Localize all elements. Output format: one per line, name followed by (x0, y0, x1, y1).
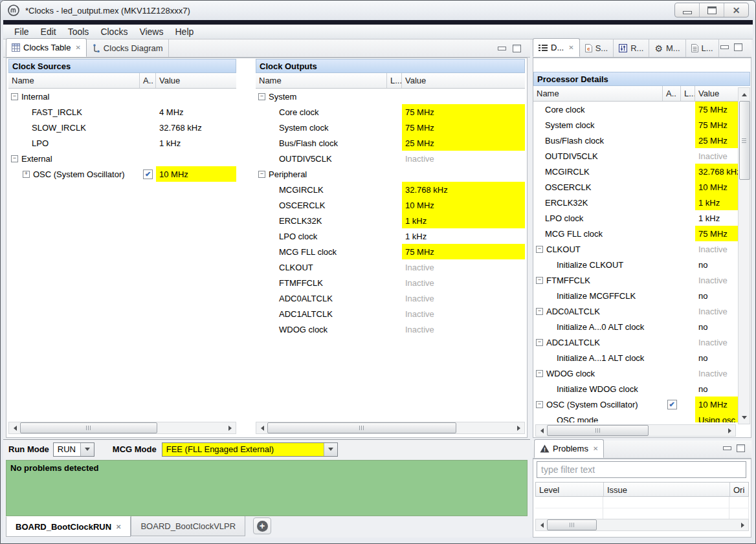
table-row[interactable]: +OSC (System Oscillator)✔10 MHz (8, 166, 236, 182)
tab-modes[interactable]: ⚙ M... (649, 39, 685, 57)
table-row[interactable]: LPO clock1 kHz (533, 210, 738, 226)
maximize-pane-icon[interactable] (737, 444, 745, 452)
table-row[interactable]: −Internal (8, 89, 236, 104)
enable-checkbox[interactable]: ✔ (667, 400, 677, 409)
maximize-button[interactable] (700, 3, 724, 17)
scroll-left-icon[interactable] (9, 422, 20, 433)
scroll-right-icon[interactable] (225, 422, 236, 433)
minimize-pane-icon[interactable] (498, 47, 506, 50)
table-row[interactable]: Initialize A...0 ALT clockno (533, 319, 738, 334)
scroll-down-icon[interactable] (739, 412, 750, 423)
minimize-pane-icon[interactable] (720, 45, 729, 49)
minimize-button[interactable] (675, 3, 700, 17)
table-row[interactable]: Bus/Flash clock25 MHz (533, 133, 738, 148)
table-row[interactable]: WDOG clockInactive (256, 321, 525, 337)
tab-sources[interactable]: c S... (580, 39, 614, 57)
table-row[interactable]: −Peripheral (256, 166, 525, 182)
column-locked[interactable]: L... (681, 86, 695, 101)
scrollbar-thumb[interactable] (547, 519, 597, 530)
collapse-icon[interactable]: − (536, 401, 543, 408)
column-value[interactable]: Value (402, 73, 525, 88)
details-hscrollbar[interactable] (535, 424, 736, 437)
column-value[interactable]: Value (156, 73, 236, 88)
table-row[interactable]: OUTDIV5CLKInactive (256, 151, 525, 166)
collapse-icon[interactable]: − (536, 246, 543, 253)
table-row[interactable]: MCG FLL clock75 MHz (256, 244, 525, 259)
table-row[interactable]: −CLKOUTInactive (533, 241, 738, 257)
table-row[interactable]: FTMFFCLKInactive (256, 275, 525, 290)
collapse-icon[interactable]: − (536, 370, 543, 377)
table-row[interactable]: MCGIRCLK32.768 kHz (256, 182, 525, 197)
table-row[interactable]: Initialize MCGFFCLKno (533, 288, 738, 303)
table-row[interactable]: OSC modeUsing osc (533, 412, 738, 422)
table-row[interactable]: −External (8, 151, 236, 166)
table-row[interactable]: ERCLK32K1 kHz (533, 195, 738, 210)
expand-icon[interactable]: + (23, 171, 30, 178)
table-row[interactable]: −System (256, 89, 525, 104)
tab-problems[interactable]: ! Problems ✕ (534, 439, 604, 458)
problems-filter-input[interactable] (537, 461, 746, 478)
column-name[interactable]: Name (533, 86, 663, 101)
table-row[interactable]: Initialize CLKOUTno (533, 257, 738, 272)
menu-edit[interactable]: Edit (35, 27, 62, 37)
scroll-left-icon[interactable] (256, 422, 267, 433)
column-name[interactable]: Name (256, 73, 387, 88)
dropdown-button[interactable] (80, 443, 94, 456)
clock-outputs-hscrollbar[interactable] (256, 422, 525, 434)
table-row[interactable]: OUTDIV5CLKInactive (533, 148, 738, 164)
tab-close-icon[interactable]: ✕ (593, 445, 598, 452)
tab-registers[interactable]: R... (614, 39, 649, 57)
menu-clocks[interactable]: Clocks (94, 27, 133, 37)
table-row[interactable]: Initialize A...1 ALT clockno (533, 350, 738, 365)
table-row[interactable]: System clock75 MHz (256, 120, 525, 135)
column-active[interactable]: A.. (140, 73, 156, 88)
tab-board-bootclockrun[interactable]: BOARD_BootClockRUN ✕ (6, 516, 131, 537)
table-row[interactable]: SLOW_IRCLK32.768 kHz (8, 120, 236, 135)
details-vscrollbar[interactable] (738, 87, 750, 424)
scrollbar-thumb[interactable] (20, 422, 157, 433)
table-row[interactable]: OSCERCLK10 MHz (533, 179, 738, 195)
scroll-right-icon[interactable] (724, 425, 735, 436)
clock-sources-hscrollbar[interactable] (8, 422, 236, 434)
table-row[interactable]: FAST_IRCLK4 MHz (8, 104, 236, 120)
enable-checkbox[interactable]: ✔ (143, 169, 153, 179)
table-row[interactable]: −OSC (System Oscillator)✔10 MHz (533, 397, 738, 412)
maximize-pane-icon[interactable] (734, 43, 742, 51)
collapse-icon[interactable]: − (536, 339, 543, 346)
table-row[interactable]: Bus/Flash clock25 MHz (256, 135, 525, 151)
collapse-icon[interactable]: − (536, 308, 543, 315)
column-origin[interactable]: Ori (730, 483, 748, 496)
scroll-left-icon[interactable] (536, 519, 547, 530)
tab-close-icon[interactable]: ✕ (568, 44, 573, 51)
tab-close-icon[interactable]: ✕ (116, 523, 121, 530)
collapse-icon[interactable]: − (11, 155, 18, 162)
tab-close-icon[interactable]: ✕ (75, 44, 80, 51)
table-row[interactable]: Core clock75 MHz (533, 102, 738, 117)
column-level[interactable]: Level (536, 483, 604, 496)
tab-clocks-table[interactable]: Clocks Table ✕ (6, 38, 87, 57)
table-row[interactable]: CLKOUTInactive (256, 259, 525, 275)
table-row[interactable]: ADC1ALTCLKInactive (256, 306, 525, 321)
scroll-left-icon[interactable] (536, 425, 547, 436)
table-row[interactable]: −WDOG clockInactive (533, 365, 738, 381)
table-row[interactable]: OSCERCLK10 MHz (256, 197, 525, 213)
collapse-icon[interactable]: − (258, 93, 265, 100)
column-issue[interactable]: Issue (604, 483, 730, 496)
tab-details[interactable]: D... ✕ (533, 38, 580, 57)
scroll-right-icon[interactable] (513, 422, 524, 433)
collapse-icon[interactable]: − (11, 93, 18, 100)
table-row[interactable]: Core clock75 MHz (256, 104, 525, 120)
menu-help[interactable]: Help (169, 27, 199, 37)
scroll-right-icon[interactable] (737, 519, 748, 530)
minimize-pane-icon[interactable] (723, 446, 731, 450)
column-name[interactable]: Name (8, 73, 140, 88)
problems-hscrollbar[interactable] (535, 519, 749, 531)
tab-log[interactable]: L... (686, 39, 719, 57)
scrollbar-thumb[interactable] (267, 422, 456, 433)
table-row[interactable]: MCGIRCLK32.768 kHz (533, 164, 738, 179)
maximize-pane-icon[interactable] (513, 45, 521, 52)
column-value[interactable]: Value (695, 86, 738, 101)
scroll-up-icon[interactable] (739, 89, 750, 100)
table-row[interactable]: Initialize WDOG clockno (533, 381, 738, 397)
close-button[interactable]: ✕ (724, 3, 748, 17)
